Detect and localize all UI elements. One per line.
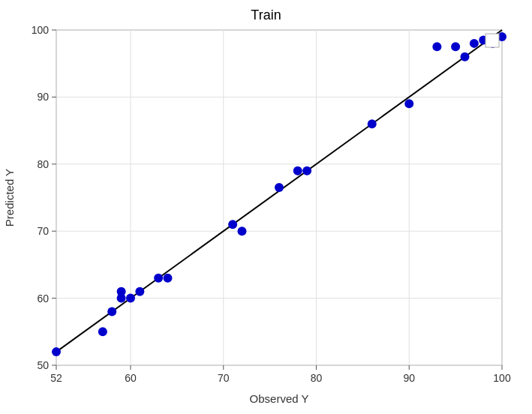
svg-point-22: [154, 274, 163, 283]
svg-point-23: [164, 274, 173, 283]
svg-text:50: 50: [37, 359, 49, 371]
svg-point-21: [135, 287, 144, 296]
svg-text:80: 80: [37, 158, 49, 170]
svg-point-34: [470, 39, 479, 48]
svg-text:52: 52: [50, 372, 62, 384]
svg-point-27: [293, 166, 302, 176]
svg-text:90: 90: [403, 372, 415, 384]
svg-text:70: 70: [218, 372, 230, 384]
svg-text:60: 60: [125, 372, 137, 384]
svg-point-30: [404, 99, 413, 108]
svg-text:100: 100: [493, 372, 511, 384]
svg-point-29: [368, 119, 377, 128]
svg-text:Observed Y: Observed Y: [250, 392, 309, 405]
svg-point-26: [275, 183, 284, 192]
svg-point-16: [98, 327, 107, 336]
svg-rect-65: [485, 34, 499, 47]
svg-point-20: [126, 294, 135, 303]
svg-text:100: 100: [32, 24, 50, 36]
svg-point-19: [117, 294, 126, 303]
svg-text:90: 90: [37, 91, 49, 103]
svg-point-25: [238, 226, 247, 236]
svg-text:Train: Train: [251, 8, 281, 22]
chart-container: 52607080901005060708090100TrainObserved …: [0, 0, 532, 414]
svg-text:70: 70: [37, 225, 49, 237]
svg-text:Predicted Y: Predicted Y: [3, 169, 16, 226]
svg-point-24: [228, 220, 237, 229]
svg-point-28: [302, 166, 311, 176]
svg-point-31: [432, 42, 441, 51]
svg-point-32: [451, 42, 460, 51]
svg-point-33: [461, 52, 470, 62]
svg-point-15: [52, 347, 61, 356]
svg-text:80: 80: [311, 372, 323, 384]
svg-point-17: [107, 307, 116, 316]
svg-text:60: 60: [37, 292, 49, 304]
svg-rect-1: [56, 30, 502, 365]
